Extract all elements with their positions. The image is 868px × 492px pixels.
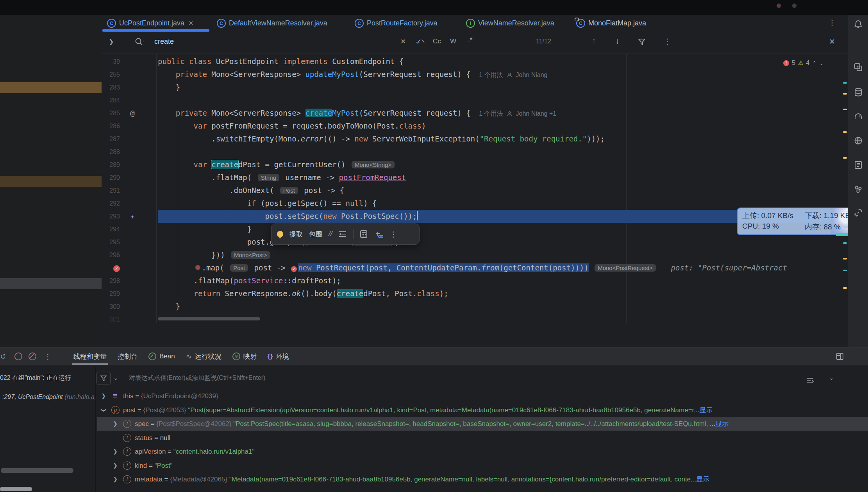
variable-row-apiVersion[interactable]: ❯fapiVersion = "content.halo.run/v1alpha… (97, 445, 868, 458)
breakpoint-icon[interactable]: ✓ (102, 261, 120, 274)
reformat-icon[interactable] (338, 231, 347, 238)
tab-defaultviewnameresolver[interactable]: C DefaultViewNameResolver.java (217, 15, 327, 32)
next-match-icon[interactable]: ↓ (615, 36, 620, 46)
evaluate-expression-icon[interactable] (360, 230, 368, 238)
code-line-283[interactable]: 283 } (102, 81, 868, 94)
stack-frame-item[interactable]: :297, UcPostEndpoint (run.halo.app.c (2, 391, 95, 403)
mute-breakpoints-icon[interactable] (29, 352, 36, 360)
expand-expression-icon[interactable] (805, 372, 814, 385)
intention-bulb-icon[interactable] (277, 231, 283, 237)
build-tool-icon[interactable] (852, 110, 864, 123)
regex-toggle[interactable]: .* (468, 36, 472, 44)
tab-mappings[interactable]: ⊕映射 (227, 347, 262, 365)
dependencies-icon[interactable] (852, 206, 864, 219)
rerun-icon[interactable]: ↺ (0, 352, 5, 361)
code-editor[interactable]: 39public class UcPostEndpoint implements… (102, 55, 868, 326)
code-line-290[interactable]: 290 .flatMap( String username -> postFro… (102, 171, 868, 184)
show-more-link[interactable]: 显示 (715, 420, 729, 428)
tab-console[interactable]: 控制台 (112, 347, 143, 365)
tab-threads-variables[interactable]: 线程和变量 (68, 347, 112, 365)
thread-selector[interactable]: 022 在组"main": 正在运行 (0, 370, 94, 385)
previous-match-icon[interactable]: ↑ (592, 36, 596, 46)
variable-row-metadata[interactable]: ❯fmetadata = {Metadata@42065} "Metadata(… (97, 472, 868, 486)
code-line-298[interactable]: 298 .flatMap(postService::draftPost); (102, 274, 868, 287)
show-more-link[interactable]: 显示 (699, 406, 713, 414)
tab-options-kebab-icon[interactable]: ⋮ (828, 18, 836, 27)
view-breakpoints-icon[interactable] (14, 352, 22, 360)
code-line-296[interactable]: 296 })) Mono<Post> (102, 249, 868, 261)
search-input[interactable]: create (154, 38, 174, 46)
thread-dropdown-chevron-icon[interactable]: ⌄ (113, 372, 118, 384)
debug-more-kebab-icon[interactable]: ⋮ (44, 352, 52, 361)
documentation-icon[interactable] (852, 159, 864, 171)
code-line-284[interactable]: 284 (102, 94, 868, 107)
expand-search-chevron-icon[interactable]: ❯ (109, 38, 114, 45)
search-icon[interactable] (134, 37, 145, 47)
variable-row-spec[interactable]: ❯fspec = {Post$PostSpec@42062} "Post.Pos… (97, 417, 868, 431)
expand-chevron-icon[interactable]: ❯ (97, 407, 111, 413)
next-problem-icon[interactable]: ⌄ (819, 60, 823, 66)
expand-chevron-icon[interactable]: ❯ (112, 459, 118, 472)
search-options-kebab-icon[interactable]: ⋮ (663, 37, 671, 46)
evaluate-expression-input[interactable]: 对表达式求值(Enter)或添加监视(Ctrl+Shift+Enter) (129, 370, 805, 385)
surround-button[interactable]: 包围 (309, 230, 322, 239)
variable-row-this[interactable]: ❯≡this = {UcPostEndpoint@42039} (97, 389, 868, 403)
left-panel[interactable] (0, 15, 102, 347)
layout-settings-icon[interactable] (836, 352, 844, 360)
left-panel-selection-bar[interactable] (0, 176, 102, 187)
close-tab-icon[interactable]: ✕ (188, 20, 193, 27)
clear-search-icon[interactable]: ✕ (400, 38, 406, 46)
beans-icon[interactable] (852, 183, 864, 195)
ai-sparkle-gutter-icon[interactable]: ✦ (126, 210, 139, 223)
words-toggle[interactable]: W (450, 38, 456, 45)
comment-button[interactable]: // (329, 230, 332, 238)
expand-chevron-icon[interactable]: ❯ (112, 445, 118, 458)
tab-postroutefactory[interactable]: C PostRouteFactory.java (355, 15, 438, 32)
add-inline-watch-icon[interactable] (374, 230, 383, 238)
close-find-bar-icon[interactable]: ✕ (829, 37, 835, 46)
expression-history-chevron-icon[interactable]: ⌄ (829, 370, 834, 385)
code-line-299[interactable]: 299 return ServerResponse.ok().body(crea… (102, 287, 868, 300)
left-panel-selection-bar[interactable] (0, 82, 102, 93)
tab-viewnameresolver[interactable]: I ViewNameResolver.java (466, 15, 554, 32)
show-more-link[interactable]: 显示 (696, 476, 709, 483)
variable-row-post[interactable]: ❯ppost = {Post@42053} "Post(super=Abstra… (97, 403, 868, 417)
expand-chevron-icon[interactable]: ❯ (100, 389, 107, 403)
expand-chevron-icon[interactable]: ❯ (112, 417, 118, 431)
variable-row-kind[interactable]: ❯fkind = "Post" (97, 459, 868, 472)
tab-environment[interactable]: {}环境 (262, 347, 295, 365)
inspections-widget[interactable]: ! 5 ⚠ 4 ⌃ ⌄ (783, 58, 823, 68)
match-case-toggle[interactable]: Cc (433, 38, 441, 45)
thread-filter-button[interactable] (96, 372, 111, 385)
newline-icon[interactable]: ⤺ (416, 37, 424, 46)
prev-problem-icon[interactable]: ⌃ (812, 60, 816, 66)
code-line-295[interactable]: 295 post.getSpec().setOwner(username); (102, 236, 868, 249)
ai-assistant-icon[interactable] (852, 61, 864, 73)
frames-horizontal-scrollbar[interactable] (1, 468, 73, 473)
code-line-286[interactable]: 286 var postFromRequest = request.bodyTo… (102, 120, 868, 132)
tab-monoflatmap[interactable]: C MonoFlatMap.java (576, 15, 646, 32)
tab-bean[interactable]: Bean (143, 347, 180, 365)
code-line-285[interactable]: 285@ private Mono<ServerResponse> create… (102, 107, 868, 120)
variable-row-status[interactable]: fstatus = null (97, 431, 868, 445)
code-line-287[interactable]: 287 .switchIfEmpty(Mono.error(() -> new … (102, 132, 868, 145)
code-line-297[interactable]: ✓ .map( Post post -> ✓new PostRequest(po… (102, 261, 868, 274)
code-line-288[interactable]: 288 (102, 145, 868, 158)
left-panel-selection-bar[interactable] (0, 278, 102, 289)
panel-scrollbar[interactable] (0, 487, 32, 491)
annotation-gutter-icon[interactable]: @ (126, 107, 139, 120)
database-icon[interactable] (852, 86, 864, 98)
notifications-bell-icon[interactable] (852, 18, 864, 30)
code-line-39[interactable]: 39public class UcPostEndpoint implements… (102, 55, 868, 68)
code-line-255[interactable]: 255 private Mono<ServerResponse> updateM… (102, 68, 868, 81)
editor-horizontal-scrollbar[interactable] (158, 317, 260, 320)
extract-button[interactable]: 提取 (289, 230, 303, 239)
code-line-300[interactable]: 300 } (102, 300, 868, 313)
web-translation-icon[interactable] (852, 134, 864, 147)
more-actions-kebab-icon[interactable]: ⋮ (389, 230, 397, 239)
search-filter-icon[interactable] (638, 38, 646, 46)
code-line-291[interactable]: 291 .doOnNext( Post post -> { (102, 184, 868, 197)
tab-health[interactable]: ∿运行状况 (180, 347, 227, 365)
code-line-289[interactable]: 289 var createdPost = getCurrentUser() M… (102, 158, 868, 171)
expand-chevron-icon[interactable]: ❯ (112, 472, 118, 486)
